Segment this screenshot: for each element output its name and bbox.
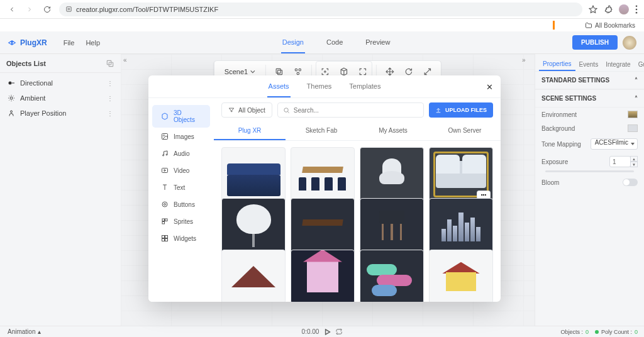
upload-files-button[interactable]: UPLOAD FILES xyxy=(429,102,493,118)
cube-icon xyxy=(161,113,169,120)
svg-point-4 xyxy=(636,11,638,13)
text-icon xyxy=(161,184,169,191)
svg-point-15 xyxy=(325,71,326,72)
sidebar-item-buttons[interactable]: Buttons xyxy=(152,196,210,213)
svg-point-3 xyxy=(636,8,638,10)
object-row-player-position[interactable]: Player Position ⋮ xyxy=(0,106,121,121)
asset-card[interactable] xyxy=(429,198,493,253)
environment-swatch[interactable] xyxy=(628,111,638,118)
asset-more-icon[interactable]: ••• xyxy=(477,191,490,199)
modal-tab-themes[interactable]: Themes xyxy=(306,76,333,97)
animation-panel-toggle[interactable]: Animation ▴ xyxy=(8,328,41,335)
scene-settings-header[interactable]: SCENE SETTINGS ˄ xyxy=(535,89,644,108)
back-icon[interactable] xyxy=(6,4,18,15)
objects-label: Objects : xyxy=(560,329,583,335)
sidebar-item-widgets[interactable]: Widgets xyxy=(152,230,210,246)
extensions-icon[interactable] xyxy=(604,5,613,14)
svg-point-24 xyxy=(164,204,166,206)
star-icon[interactable] xyxy=(589,5,597,14)
collapse-right-icon[interactable]: » xyxy=(522,57,532,67)
sidebar-item-label: Buttons xyxy=(174,201,195,208)
rp-tab-properties[interactable]: Properties xyxy=(539,58,575,71)
filter-label: All Object xyxy=(238,107,265,114)
modal-tab-templates[interactable]: Templates xyxy=(348,76,382,97)
copy-icon[interactable] xyxy=(106,59,114,68)
rp-tab-events[interactable]: Events xyxy=(575,58,602,70)
tab-code[interactable]: Code xyxy=(325,32,344,53)
exposure-slider[interactable] xyxy=(545,170,634,172)
exposure-stepper[interactable]: ▲▼ xyxy=(630,156,638,167)
source-tab-my-assets[interactable]: My Assets xyxy=(357,122,429,140)
reload-icon[interactable] xyxy=(42,4,53,15)
brand-logo[interactable]: PlugXR xyxy=(8,38,47,47)
profile-avatar-icon[interactable] xyxy=(619,4,629,14)
menu-help[interactable]: Help xyxy=(86,39,100,47)
asset-card[interactable] xyxy=(221,198,286,253)
inspector-panel: Properties Events Integrate Guide STANDA… xyxy=(535,54,644,326)
sidebar-item-text[interactable]: Text xyxy=(152,179,210,196)
kebab-icon[interactable]: ⋮ xyxy=(107,80,113,87)
asset-card[interactable] xyxy=(360,250,424,302)
standard-settings-header[interactable]: STANDARD SETTINGS ˄ xyxy=(535,71,644,89)
objects-count: 0 xyxy=(586,329,589,335)
brand-name: PlugXR xyxy=(20,38,47,47)
url-bar[interactable]: creator.plugxr.com/Tool/FDTWTPIM5USTZIKF xyxy=(59,3,582,16)
asset-card[interactable] xyxy=(221,250,286,302)
object-row-ambient[interactable]: Ambient ⋮ xyxy=(0,91,121,106)
user-avatar-icon[interactable] xyxy=(623,36,636,50)
asset-card[interactable] xyxy=(291,147,355,202)
asset-card[interactable] xyxy=(429,250,493,302)
objects-list-panel: Objects List Directional ⋮ Ambient ⋮ xyxy=(0,54,121,326)
sidebar-item-sprites[interactable]: Sprites xyxy=(152,213,210,229)
bloom-toggle[interactable] xyxy=(623,179,638,186)
svg-point-19 xyxy=(163,155,164,156)
publish-button[interactable]: PUBLISH xyxy=(572,35,618,50)
modal-tab-assets[interactable]: Assets xyxy=(267,76,291,97)
site-info-icon xyxy=(65,6,72,13)
asset-type-sidebar: 3D Objects Images Audio Video Text Butto… xyxy=(148,98,214,302)
rp-tab-guide[interactable]: Guide xyxy=(635,58,644,70)
svg-marker-1 xyxy=(589,6,597,13)
audio-icon xyxy=(161,150,169,157)
source-tab-plugxr[interactable]: Plug XR xyxy=(214,122,286,140)
forward-icon[interactable] xyxy=(24,4,35,15)
menu-file[interactable]: File xyxy=(64,39,75,47)
asset-card[interactable]: ••• xyxy=(429,147,493,202)
search-input[interactable] xyxy=(294,107,418,114)
filter-chip[interactable]: All Object xyxy=(221,102,272,118)
asset-card[interactable] xyxy=(291,250,355,302)
loop-icon[interactable] xyxy=(335,328,342,335)
svg-point-9 xyxy=(11,111,13,113)
asset-card[interactable] xyxy=(291,198,355,253)
tone-mapping-select[interactable]: ACESFilmic xyxy=(591,138,638,150)
object-label: Ambient xyxy=(20,94,45,102)
kebab-icon[interactable]: ⋮ xyxy=(107,95,113,102)
close-icon[interactable]: ✕ xyxy=(484,82,494,92)
background-swatch[interactable] xyxy=(628,124,638,132)
sidebar-item-3d-objects[interactable]: 3D Objects xyxy=(152,105,210,128)
kebab-icon[interactable]: ⋮ xyxy=(107,110,113,117)
search-field[interactable] xyxy=(277,102,424,118)
object-row-directional[interactable]: Directional ⋮ xyxy=(0,75,121,91)
tab-design[interactable]: Design xyxy=(281,32,305,53)
chevron-down-icon xyxy=(250,69,255,74)
all-bookmarks-link[interactable]: All Bookmarks xyxy=(595,22,635,29)
svg-point-8 xyxy=(10,97,13,99)
exposure-input[interactable]: 1 xyxy=(609,156,631,167)
tab-preview[interactable]: Preview xyxy=(364,32,391,53)
sidebar-item-video[interactable]: Video xyxy=(152,162,210,179)
menu-dots-icon[interactable] xyxy=(635,5,638,14)
svg-marker-22 xyxy=(164,170,166,172)
asset-card[interactable] xyxy=(221,147,286,202)
rp-tab-integrate[interactable]: Integrate xyxy=(602,58,634,70)
source-tab-sketchfab[interactable]: Sketch Fab xyxy=(286,122,357,140)
collapse-left-icon[interactable]: « xyxy=(123,57,133,67)
play-icon[interactable] xyxy=(324,329,330,335)
svg-point-23 xyxy=(162,202,167,207)
sidebar-item-audio[interactable]: Audio xyxy=(152,145,210,162)
svg-rect-25 xyxy=(162,219,165,221)
source-tab-own-server[interactable]: Own Server xyxy=(429,122,501,140)
asset-card[interactable] xyxy=(360,147,424,202)
asset-card[interactable] xyxy=(360,198,424,253)
sidebar-item-images[interactable]: Images xyxy=(152,128,210,145)
